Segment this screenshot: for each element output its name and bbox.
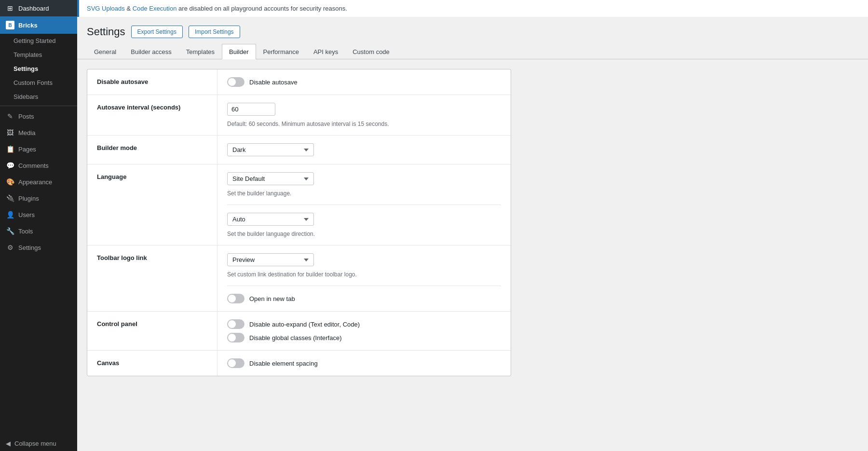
autosave-interval-hint: Default: 60 seconds. Minimum autosave in… <box>227 121 501 127</box>
sidebar-item-label: Tools <box>18 228 33 235</box>
sidebar-sub-custom-fonts[interactable]: Custom Fonts <box>0 76 77 90</box>
tab-performance[interactable]: Performance <box>256 44 306 59</box>
settings-value-disable-autosave: Disable autosave <box>217 69 511 95</box>
settings-row-builder-mode: Builder mode Dark Light Auto <box>87 136 511 164</box>
disable-auto-expand-toggle[interactable] <box>227 319 244 329</box>
sidebar-item-label: Comments <box>18 162 49 169</box>
settings-area: Disable autosave Disable autosave Autosa… <box>77 59 868 451</box>
settings-value-canvas: Disable element spacing <box>217 351 511 376</box>
settings-label-toolbar-logo-link: Toolbar logo link <box>87 246 217 311</box>
settings-label-disable-autosave: Disable autosave <box>87 69 217 95</box>
posts-icon: ✎ <box>6 112 14 120</box>
sidebar-item-label: Posts <box>18 113 34 120</box>
sidebar-item-tools[interactable]: 🔧 Tools <box>0 223 77 239</box>
code-execution-link[interactable]: Code Execution <box>133 5 177 12</box>
sidebar-item-media[interactable]: 🖼 Media <box>0 124 77 141</box>
toolbar-logo-link-select[interactable]: Preview Dashboard Custom URL <box>227 253 314 266</box>
collapse-icon: ◀ <box>6 440 11 447</box>
open-new-tab-label: Open in new tab <box>249 295 295 302</box>
open-new-tab-toggle[interactable] <box>227 294 244 303</box>
builder-mode-select[interactable]: Dark Light Auto <box>227 143 314 156</box>
notice-bar: SVG Uploads & Code Execution are disable… <box>77 0 868 17</box>
collapse-label: Collapse menu <box>14 440 56 447</box>
tab-templates[interactable]: Templates <box>179 44 222 59</box>
canvas-toggle-row: Disable element spacing <box>227 358 501 368</box>
settings-row-canvas: Canvas Disable element spacing <box>87 351 511 376</box>
sidebar-item-label: Media <box>18 129 35 137</box>
settings-value-builder-mode: Dark Light Auto <box>217 136 511 164</box>
settings-row-toolbar-logo-link: Toolbar logo link Preview Dashboard Cust… <box>87 246 511 312</box>
sidebar-item-label: Settings <box>18 244 41 251</box>
tab-api-keys[interactable]: API keys <box>306 44 345 59</box>
settings-label-language: Language <box>87 164 217 245</box>
open-in-new-tab-row: Open in new tab <box>227 294 501 303</box>
sidebar-item-pages[interactable]: 📋 Pages <box>0 141 77 157</box>
sidebar-item-label: Dashboard <box>18 5 49 12</box>
sidebar-sub-sidebars[interactable]: Sidebars <box>0 90 77 104</box>
sidebar-item-settings-main[interactable]: ⚙ Settings <box>0 239 77 256</box>
plugins-icon: 🔌 <box>6 194 14 202</box>
disable-auto-expand-label: Disable auto-expand (Text editor, Code) <box>249 321 360 328</box>
sidebar-item-users[interactable]: 👤 Users <box>0 206 77 223</box>
disable-global-classes-label: Disable global classes (Interface) <box>249 334 341 342</box>
sidebar-divider <box>0 106 77 106</box>
disable-global-classes-toggle[interactable] <box>227 333 244 342</box>
bricks-label: Bricks <box>18 22 38 29</box>
export-settings-button[interactable]: Export Settings <box>131 26 183 38</box>
tab-custom-code[interactable]: Custom code <box>345 44 397 59</box>
sidebar-sub-getting-started[interactable]: Getting Started <box>0 34 77 48</box>
sidebar: ⊞ Dashboard B Bricks Getting Started Tem… <box>0 0 77 451</box>
language-hint1: Set the builder language. <box>227 190 501 197</box>
disable-autosave-toggle[interactable] <box>227 77 244 87</box>
settings-icon: ⚙ <box>6 244 14 251</box>
sidebar-sub-templates[interactable]: Templates <box>0 48 77 62</box>
tab-builder[interactable]: Builder <box>222 44 256 59</box>
comments-icon: 💬 <box>6 162 14 169</box>
settings-row-autosave-interval: Autosave interval (seconds) Default: 60 … <box>87 95 511 136</box>
settings-value-control-panel: Disable auto-expand (Text editor, Code) … <box>217 312 511 350</box>
tab-builder-access[interactable]: Builder access <box>123 44 179 59</box>
settings-row-disable-autosave: Disable autosave Disable autosave <box>87 69 511 95</box>
sidebar-item-dashboard[interactable]: ⊞ Dashboard <box>0 0 77 16</box>
control-panel-toggle-row-2: Disable global classes (Interface) <box>227 333 501 342</box>
autosave-interval-input[interactable] <box>227 103 275 116</box>
appearance-icon: 🎨 <box>6 178 14 186</box>
language-divider <box>227 205 501 205</box>
tab-general[interactable]: General <box>87 44 123 59</box>
disable-element-spacing-label: Disable element spacing <box>249 360 318 367</box>
users-icon: 👤 <box>6 211 14 219</box>
page-title: Settings <box>87 26 125 38</box>
control-panel-toggle-row-1: Disable auto-expand (Text editor, Code) <box>227 319 501 329</box>
sidebar-sub-settings[interactable]: Settings <box>0 62 77 76</box>
disable-element-spacing-toggle[interactable] <box>227 358 244 368</box>
main-content: SVG Uploads & Code Execution are disable… <box>77 0 868 451</box>
settings-row-control-panel: Control panel Disable auto-expand (Text … <box>87 312 511 351</box>
media-icon: 🖼 <box>6 129 14 137</box>
notice-text: are disabled on all playground accounts … <box>178 5 347 12</box>
dashboard-icon: ⊞ <box>6 4 14 12</box>
disable-autosave-toggle-row: Disable autosave <box>227 77 501 87</box>
bricks-icon: B <box>6 21 14 29</box>
toolbar-logo-link-hint: Set custom link destination for builder … <box>227 271 501 278</box>
tools-icon: 🔧 <box>6 227 14 235</box>
sidebar-item-comments[interactable]: 💬 Comments <box>0 157 77 174</box>
collapse-menu-button[interactable]: ◀ Collapse menu <box>0 436 77 451</box>
language-select[interactable]: Site Default English French <box>227 172 314 185</box>
sidebar-item-appearance[interactable]: 🎨 Appearance <box>0 174 77 190</box>
language-hint2: Set the builder language direction. <box>227 231 501 237</box>
sidebar-item-label: Plugins <box>18 195 39 202</box>
svg-uploads-link[interactable]: SVG Uploads <box>87 5 125 12</box>
settings-value-toolbar-logo-link: Preview Dashboard Custom URL Set custom … <box>217 246 511 311</box>
import-settings-button[interactable]: Import Settings <box>189 26 240 38</box>
sidebar-item-label: Appearance <box>18 178 52 186</box>
settings-value-language: Site Default English French Set the buil… <box>217 164 511 245</box>
language-direction-select[interactable]: Auto LTR RTL <box>227 213 314 226</box>
sidebar-item-posts[interactable]: ✎ Posts <box>0 108 77 124</box>
settings-value-autosave-interval: Default: 60 seconds. Minimum autosave in… <box>217 95 511 135</box>
sidebar-item-bricks[interactable]: B Bricks <box>0 16 77 34</box>
settings-row-language: Language Site Default English French Set… <box>87 164 511 246</box>
settings-label-control-panel: Control panel <box>87 312 217 350</box>
page-header: Settings Export Settings Import Settings <box>77 17 868 44</box>
sidebar-item-plugins[interactable]: 🔌 Plugins <box>0 190 77 206</box>
disable-autosave-toggle-label: Disable autosave <box>249 79 298 86</box>
